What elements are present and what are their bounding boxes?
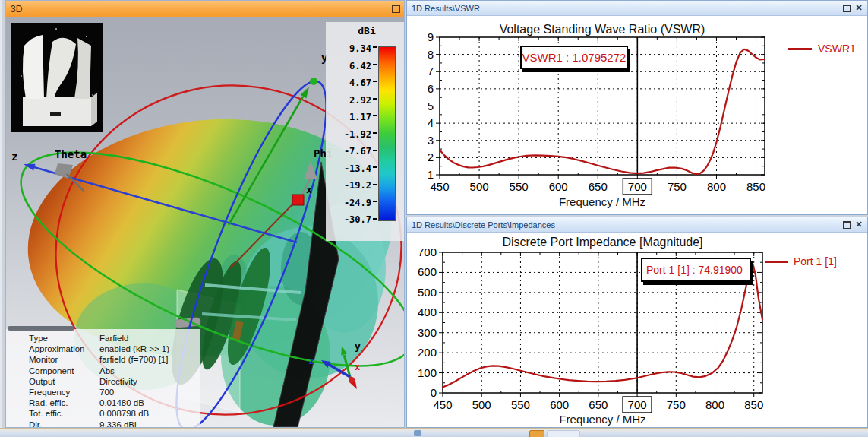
info-row-label: Dir. <box>29 420 99 428</box>
impedance-xaxis-label: Frequency / MHz <box>443 413 762 426</box>
y-tick-label: 4 <box>428 116 434 129</box>
colorbar-tick <box>373 98 377 100</box>
panel-3d-title: 3D <box>11 4 389 14</box>
y-tick-label: 500 <box>418 286 437 299</box>
legend-line-icon <box>765 261 788 263</box>
info-row: Tot. effic.0.008798 dB <box>6 409 200 420</box>
taskbar-chip-light[interactable] <box>547 430 580 437</box>
y-tick-label: 400 <box>418 306 437 318</box>
colorbar-tick <box>373 201 377 202</box>
vswr-chart-area: Voltage Standing Wave Ratio (VSWR) 12345… <box>407 16 866 214</box>
info-row: ComponentAbs <box>6 366 200 377</box>
panel-3d-titlebar[interactable]: 3D <box>6 1 404 17</box>
colorbar-tick-label: 1.17 <box>326 111 371 123</box>
colorbar-tick-label: -30.7 <box>326 214 371 226</box>
vswr-marker-box[interactable]: VSWR1 : 1.0795272 <box>520 46 628 69</box>
info-row-value: farfield (f=700) [1] <box>99 355 200 366</box>
info-row-label: Approximation <box>29 344 99 355</box>
colorbar-tick <box>373 64 377 65</box>
info-row: Frequency700 <box>6 388 200 398</box>
x-tick-label: 650 <box>589 180 608 193</box>
taskbar-chip-orange[interactable] <box>529 430 544 437</box>
colorbar-tick-label: -13.4 <box>326 163 371 175</box>
y-tick-label: 7 <box>428 65 434 78</box>
3d-viewport[interactable]: z Theta Phi x y y z x <box>6 17 404 427</box>
colorbar-tick <box>373 184 377 185</box>
info-row-value: 9.336 dBi <box>99 420 200 428</box>
colorbar-tick-label: -24.9 <box>326 197 371 209</box>
x-tick-label: 750 <box>667 398 686 411</box>
colorbar-tick-label: -19.2 <box>326 179 371 192</box>
panel-impedance: 1D Results\Discrete Ports\Impedances ✕ D… <box>406 217 868 428</box>
colorbar-tick <box>373 218 377 220</box>
y-tick-label: 8 <box>428 48 434 61</box>
close-icon[interactable]: ✕ <box>854 220 864 230</box>
taskbar-chip-blue[interactable] <box>414 430 421 436</box>
x-axis-label: x <box>306 184 312 195</box>
x-axis-cube <box>292 195 304 205</box>
colorbar-tick <box>373 166 377 168</box>
z-axis-label: z <box>11 150 17 163</box>
info-row-value: enabled (kR >> 1) <box>99 344 200 355</box>
bottom-taskbar-strip <box>0 428 868 437</box>
y-tick-label: 5 <box>428 100 434 112</box>
application-window: 3D <box>0 0 868 437</box>
impedance-marker-label: Port 1 [1] : 74.91900 <box>646 264 743 276</box>
x-tick-label: 800 <box>705 398 724 411</box>
x-tick-label: 750 <box>668 180 687 193</box>
info-row-label: Rad. effic. <box>29 398 99 409</box>
info-row-label: Type <box>29 334 99 344</box>
colorbar-unit-label: dBi <box>350 25 383 36</box>
info-row-value: 0.008798 dB <box>99 409 200 420</box>
model-preview-image <box>11 23 103 132</box>
info-row-label: Frequency <box>29 388 99 398</box>
panel-impedance-title: 1D Results\Discrete Ports\Impedances <box>412 220 840 230</box>
info-row-value: Farfield <box>99 334 200 344</box>
theta-label: Theta <box>55 148 87 160</box>
colorbar-tick-label: 6.42 <box>326 60 371 72</box>
info-row-value: 700 <box>99 388 200 398</box>
restore-icon[interactable] <box>841 220 852 230</box>
vswr-legend-label: VSWR1 <box>818 43 856 55</box>
colorbar-tick-label: 2.92 <box>326 94 371 106</box>
info-row-label: Output <box>29 377 99 388</box>
x-tick-label: 850 <box>746 180 765 193</box>
x-tick-label: 500 <box>472 398 491 411</box>
y-tick-label: 100 <box>418 366 437 379</box>
y-tick-label: 3 <box>428 134 434 147</box>
y-tick-label: 1 <box>428 168 434 181</box>
legend-line-icon <box>788 48 812 50</box>
info-row: Approximationenabled (kR >> 1) <box>6 344 200 355</box>
info-row-value: Directivity <box>99 377 200 388</box>
triad-y-label: y <box>355 340 361 352</box>
info-row: OutputDirectivity <box>6 377 200 388</box>
colorbar-tick <box>373 150 377 151</box>
panel-vswr: 1D Results\VSWR ✕ Voltage Standing Wave … <box>406 0 868 215</box>
colorbar-tick-marks <box>373 46 378 220</box>
impedance-marker-box[interactable]: Port 1 [1] : 74.91900 <box>641 258 751 282</box>
info-row: Rad. effic.0.01480 dB <box>6 398 200 409</box>
impedance-legend: Port 1 [1] <box>765 255 837 268</box>
restore-icon[interactable] <box>841 3 852 13</box>
y-tick-label: 200 <box>418 346 437 359</box>
info-row: Dir.9.336 dBi <box>6 420 200 428</box>
left-splitter[interactable] <box>0 0 5 437</box>
panel-3d: 3D <box>5 0 405 428</box>
colorbar-tick <box>373 46 377 48</box>
colorbar-tick-label: -1.92 <box>326 128 371 141</box>
panel-impedance-titlebar[interactable]: 1D Results\Discrete Ports\Impedances ✕ <box>407 217 867 233</box>
restore-icon[interactable] <box>390 4 401 14</box>
info-table-handle[interactable] <box>8 326 74 331</box>
x-tick-label: 500 <box>470 180 489 193</box>
close-icon[interactable]: ✕ <box>854 3 864 13</box>
x-tick-label: 450 <box>430 180 449 193</box>
x-tick-label: 550 <box>511 398 530 411</box>
y-tick-label: 6 <box>428 82 434 95</box>
y-tick-label: 9 <box>428 30 434 43</box>
panel-vswr-titlebar[interactable]: 1D Results\VSWR ✕ <box>407 1 867 16</box>
marker-tick-label: 700 <box>628 180 647 193</box>
x-tick-label: 650 <box>589 398 608 411</box>
colorbar-tick <box>373 115 377 116</box>
colorbar-tick-label: -7.67 <box>326 145 371 157</box>
triad-z-label: z <box>308 355 314 366</box>
